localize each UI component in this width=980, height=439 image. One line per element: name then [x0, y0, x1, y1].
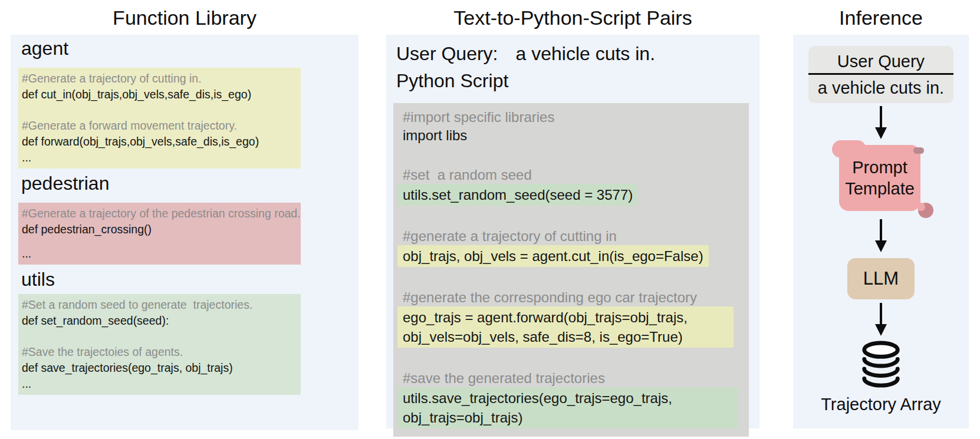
script-pairs-title: Text-to-Python-Script Pairs: [386, 5, 759, 31]
arrow-down-icon: [873, 303, 889, 337]
yellow-highlight: obj_trajs, obj_vels = agent.cut_in(is_eg…: [397, 245, 709, 267]
utils-function-box: #Set a random seed to generate trajector…: [18, 294, 301, 395]
panel-script-pairs: User Query: a vehicle cuts in. Python Sc…: [386, 35, 759, 428]
blank-line: [403, 348, 749, 369]
code-line-highlighted: obj_trajs, obj_vels = agent.cut_in(is_eg…: [403, 245, 749, 267]
user-query-box: User Query a vehicle cuts in.: [808, 46, 953, 103]
comment-line: #Set a random seed to generate trajector…: [22, 297, 301, 313]
divider: [808, 73, 953, 75]
blank-line: [403, 144, 749, 166]
green-highlight: utils.set_random_seed(seed = 3577): [397, 184, 638, 206]
code-line-highlighted: utils.save_trajectories(ego_trajs=ego_tr…: [403, 387, 749, 428]
comment-line: #Generate a trajectory of cutting in.: [22, 71, 301, 87]
user-query-row: User Query: a vehicle cuts in.: [396, 42, 759, 65]
function-library-title: Function Library: [11, 5, 359, 31]
inference-title: Inference: [793, 5, 969, 31]
blank-line: [22, 237, 301, 246]
comment-line: #Save the trajectoies of agents.: [22, 344, 301, 360]
code-line-highlighted: ego_trajs = agent.forward(obj_trajs=obj_…: [403, 306, 749, 348]
database-icon: [858, 341, 904, 392]
code-line: def cut_in(obj_trajs,obj_vels,safe_dis,i…: [22, 87, 301, 103]
llm-label: LLM: [863, 268, 899, 289]
green-highlight: utils.save_trajectories(ego_trajs=ego_tr…: [397, 387, 738, 428]
ellipsis-line: ...: [22, 246, 301, 262]
user-query-box-value: a vehicle cuts in.: [808, 77, 953, 98]
python-script-label: Python Script: [396, 69, 759, 93]
prompt-template-node: Prompt Template: [832, 140, 930, 216]
python-script-box: #import specific libraries import libs #…: [393, 103, 749, 437]
code-line: def pedestrian_crossing(): [22, 222, 301, 237]
comment-line: #set a random seed: [403, 166, 749, 184]
blank-line: [403, 206, 749, 227]
arrow-down-icon: [873, 106, 889, 140]
section-header-utils: utils: [21, 268, 359, 291]
ellipsis-line: ...: [22, 150, 301, 166]
agent-function-box: #Generate a trajectory of cutting in. de…: [18, 68, 301, 169]
section-header-pedestrian: pedestrian: [21, 172, 359, 194]
trajectory-array-label: Trajectory Array: [821, 394, 941, 415]
section-header-agent: agent: [21, 37, 359, 60]
arrow-down-icon: [873, 219, 889, 253]
llm-node: LLM: [847, 258, 915, 299]
ellipsis-line: ...: [22, 376, 301, 392]
panel-inference: User Query a vehicle cuts in. Prompt Tem…: [793, 35, 969, 428]
blank-line: [22, 329, 301, 344]
comment-line: #Generate a trajectory of the pedestrian…: [22, 206, 301, 222]
user-query-label: User Query:: [396, 42, 498, 65]
yellow-highlight: ego_trajs = agent.forward(obj_trajs=obj_…: [397, 306, 734, 348]
code-line: def set_random_seed(seed):: [22, 313, 301, 329]
pedestrian-function-box: #Generate a trajectory of the pedestrian…: [18, 203, 301, 265]
figure-canvas: Function Library Text-to-Python-Script P…: [0, 0, 980, 439]
code-line-highlighted: utils.set_random_seed(seed = 3577): [403, 184, 749, 206]
panel-function-library: agent #Generate a trajectory of cutting …: [11, 35, 359, 430]
comment-line: #save the generated trajectories: [403, 369, 749, 387]
comment-line: #generate a trajectory of cutting in: [403, 227, 749, 245]
user-query-value: a vehicle cuts in.: [515, 42, 655, 65]
user-query-box-title: User Query: [808, 51, 953, 72]
comment-line: #Generate a forward movement trajectory.: [22, 118, 301, 134]
comment-line: #import specific libraries: [403, 108, 749, 126]
comment-line: #generate the corresponding ego car traj…: [403, 288, 749, 306]
blank-line: [403, 267, 749, 288]
blank-line: [22, 103, 301, 118]
prompt-template-label: Prompt Template: [839, 145, 920, 211]
code-line: import libs: [403, 126, 749, 144]
code-line: def save_trajectories(ego_trajs, obj_tra…: [22, 360, 301, 376]
code-line: def forward(obj_trajs,obj_vels,safe_dis,…: [22, 134, 301, 150]
